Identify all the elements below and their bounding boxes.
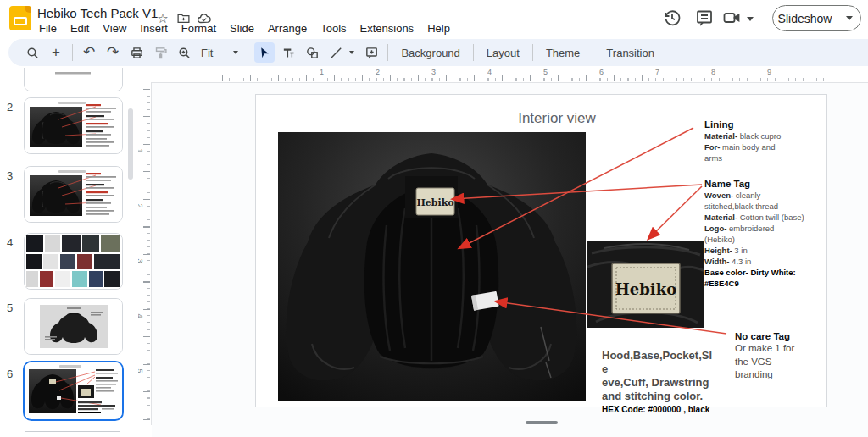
shape-icon[interactable] [302,42,322,63]
main-brand-label: Hebiko [416,188,454,215]
svg-text:Hebiko: Hebiko [416,197,453,208]
line-icon[interactable] [326,42,346,63]
no-care-tag-note[interactable]: No care Tag Or make 1 for the VGS brandi… [735,331,816,382]
slide-filmstrip: 2 3 4 5 6 [0,68,138,437]
transition-button[interactable]: Transition [598,47,663,59]
textbox-icon[interactable] [278,42,298,63]
menu-insert[interactable]: Insert [133,20,175,36]
vertical-ruler: 1 2 3 4 5 [138,82,151,428]
horizontal-ruler: 1 2 3 4 5 6 7 8 9 [151,70,868,82]
slide-number-4: 4 [7,236,13,249]
slide-editor[interactable]: Interior view Hebiko He [255,94,827,407]
toolbar: + ↶ ↷ Fit Background Layout Theme Transi… [8,39,868,66]
select-cursor-icon[interactable] [254,42,275,63]
slide-thumbnail-2[interactable] [24,97,123,154]
zoom-in-icon[interactable] [174,42,194,63]
menu-slide[interactable]: Slide [223,20,261,36]
slides-logo[interactable] [9,6,31,30]
lining-note[interactable]: Lining Material- black cupro For- main b… [704,119,804,163]
menu-arrange[interactable]: Arrange [261,20,314,36]
canvas-left-border [151,82,152,425]
slide-number-5: 5 [7,301,13,314]
background-button[interactable]: Background [392,47,468,59]
paint-format-icon[interactable] [150,42,170,63]
menu-tools[interactable]: Tools [314,20,353,36]
closeup-brand-label: Hebiko [612,263,680,313]
meet-camera-icon[interactable] [721,8,742,28]
camera-dropdown-caret[interactable] [747,17,754,21]
next-slide-edge [25,431,120,432]
slide-title[interactable]: Interior view [464,110,650,127]
slide-thumbnail-5[interactable] [24,298,123,355]
menu-file[interactable]: File [32,20,64,36]
canvas-top-border [151,82,868,83]
version-history-icon[interactable] [662,8,682,28]
logo-bar [14,17,27,25]
zoom-value: Fit [201,47,213,59]
menu-edit[interactable]: Edit [64,20,96,36]
jacket-interior-image[interactable]: Hebiko [278,132,586,401]
slide-thumbnail-6-selected[interactable] [23,361,124,421]
redo-icon[interactable]: ↷ [103,42,123,63]
undo-icon[interactable]: ↶ [79,42,99,63]
slideshow-label: Slideshow [773,6,837,30]
color-note[interactable]: Hood,Base,Pocket,Sle eve,Cuff, Drawstrin… [602,349,717,414]
menu-extensions[interactable]: Extensions [353,20,421,36]
nametag-closeup-arrow [648,186,702,239]
slide-number-2: 2 [7,101,13,113]
line-dropdown-caret[interactable] [349,51,354,54]
theme-button[interactable]: Theme [537,47,588,59]
menu-format[interactable]: Format [175,20,223,36]
layout-button[interactable]: Layout [478,47,528,59]
slide-number-3: 3 [7,169,13,182]
insert-comment-icon[interactable] [361,42,381,63]
slide-thumbnail-3[interactable] [24,166,123,223]
document-title[interactable]: Hebiko Tech Pack V1 [37,6,158,20]
app-header: Hebiko Tech Pack V1 ☆ File Edit View Ins… [0,0,868,39]
name-tag-closeup-image[interactable]: Hebiko [587,241,704,328]
logo-fold [25,6,31,13]
menu-view[interactable]: View [96,20,133,36]
slide-thumbnail-1[interactable] [24,68,123,91]
menu-bar: File Edit View Insert Format Slide Arran… [32,20,457,36]
filmstrip-scrollbar[interactable] [128,108,133,180]
svg-text:Hebiko: Hebiko [615,280,676,298]
add-icon[interactable]: + [46,42,66,63]
zoom-select[interactable]: Fit [198,42,242,63]
speaker-notes-handle[interactable] [526,421,558,424]
search-icon[interactable] [22,42,42,63]
slideshow-button[interactable]: Slideshow [772,5,861,31]
slide-number-6: 6 [7,368,13,380]
print-icon[interactable] [126,42,147,63]
slideshow-dropdown[interactable] [837,6,860,30]
name-tag-note[interactable]: Name Tag Woven- cleanly stitched,black t… [704,179,823,289]
menu-help[interactable]: Help [420,20,457,36]
slide-thumbnail-4[interactable] [24,233,123,290]
comments-icon[interactable] [694,8,715,28]
